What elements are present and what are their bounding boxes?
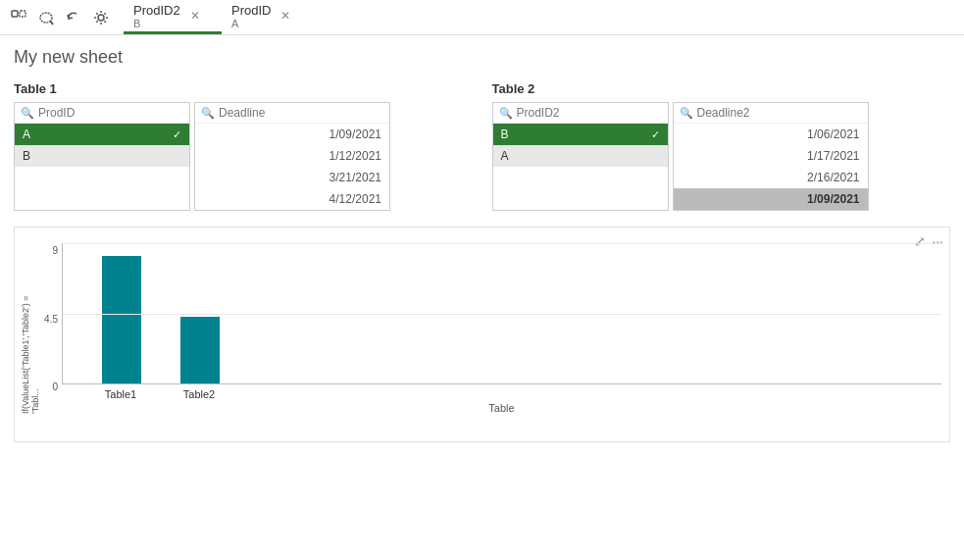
toolbar: ProdID2 B ✕ ProdID A ✕ <box>0 0 964 35</box>
table2-deadline2-item-2[interactable]: 1/17/2021 <box>674 145 868 167</box>
table1-deadline-search-icon: 🔍 <box>201 107 215 120</box>
chart-y-axis-label: If(ValueList('Table1','Table2') = 'Tabl.… <box>23 243 38 414</box>
tab-prodid-close[interactable]: ✕ <box>280 9 290 23</box>
chart-x-labels: Table1 Table2 <box>62 388 941 400</box>
svg-rect-1 <box>20 11 25 17</box>
table1-prodid-item-b[interactable]: B <box>15 145 189 167</box>
settings-icon[interactable] <box>90 7 112 28</box>
table1-prodid-search-icon: 🔍 <box>21 107 34 120</box>
table2-deadline2-search: 🔍 <box>674 103 868 124</box>
table1-deadline-list: 1/09/2021 1/12/2021 3/21/2021 4/12/2021 <box>195 124 389 210</box>
chart-gridline-mid <box>63 314 941 315</box>
table2-heading: Table 2 <box>492 81 951 96</box>
table2-prodid2-search: 🔍 <box>493 103 668 124</box>
table1-section: Table 1 🔍 A ✓ B <box>14 81 473 211</box>
bar-group-table2 <box>180 317 220 383</box>
table2-prodid2-item-b[interactable]: B ✓ <box>493 124 668 145</box>
bar-group-table1 <box>102 256 141 383</box>
table1-prodid-search: 🔍 <box>15 103 189 124</box>
table2-prodid2-input[interactable] <box>517 106 662 120</box>
table1-deadline-search: 🔍 <box>195 103 389 124</box>
select-icon[interactable] <box>8 7 29 28</box>
undo-icon[interactable] <box>63 7 84 28</box>
toolbar-icons <box>8 0 124 34</box>
table2-section: Table 2 🔍 B ✓ A <box>492 81 951 211</box>
lasso-icon[interactable] <box>35 7 57 28</box>
table1-prodid-item-a[interactable]: A ✓ <box>15 124 189 145</box>
page-title: My new sheet <box>14 47 950 68</box>
table2-prodid2-box: 🔍 B ✓ A <box>492 102 669 211</box>
chart-xlabel-table2: Table2 <box>179 388 219 400</box>
tabs: ProdID2 B ✕ ProdID A ✕ <box>124 0 956 34</box>
tab-prodid2-sublabel: B <box>133 18 186 29</box>
tab-prodid[interactable]: ProdID A ✕ <box>222 0 320 34</box>
chart-y-ticks: 9 4.5 0 <box>38 243 62 414</box>
chart-ytick-9: 9 <box>52 245 58 256</box>
table1-heading: Table 1 <box>14 81 473 96</box>
table1-prodid-list: A ✓ B <box>15 124 189 167</box>
bar-table2 <box>180 317 220 383</box>
table2-deadline2-item-3[interactable]: 2/16/2021 <box>674 167 868 188</box>
table1-deadline-item-2[interactable]: 1/12/2021 <box>195 145 389 167</box>
chart-xlabel-table1: Table1 <box>101 388 140 400</box>
svg-point-3 <box>98 15 104 21</box>
table2-deadline2-search-icon: 🔍 <box>680 107 693 120</box>
chart-x-title: Table <box>62 402 941 414</box>
chart-ytick-45: 4.5 <box>44 314 58 325</box>
tab-prodid2-label: ProdID2 <box>133 3 180 18</box>
table2-prodid2-list: B ✓ A <box>493 124 668 167</box>
chart-container: ⤢ ··· If(ValueList('Table1','Table2') = … <box>14 227 950 442</box>
bar-table1 <box>102 256 141 383</box>
svg-rect-0 <box>12 11 18 17</box>
table2-deadline2-box: 🔍 1/06/2021 1/17/2021 2/16/2021 1/09/202… <box>673 102 869 211</box>
table2-prodid2-search-icon: 🔍 <box>499 107 513 120</box>
table1-deadline-input[interactable] <box>219 106 383 120</box>
table1-filter-row: 🔍 A ✓ B � <box>14 102 473 211</box>
table1-deadline-item-4[interactable]: 4/12/2021 <box>195 188 389 210</box>
tab-prodid-sublabel: A <box>231 18 277 29</box>
table1-deadline-item-1[interactable]: 1/09/2021 <box>195 124 389 145</box>
table1-deadline-box: 🔍 1/09/2021 1/12/2021 3/21/2021 4/12/202… <box>194 102 390 211</box>
chart-ytick-0: 0 <box>52 382 58 392</box>
tab-prodid2[interactable]: ProdID2 B ✕ <box>124 0 222 34</box>
page: My new sheet Table 1 🔍 A ✓ <box>0 35 964 560</box>
table2-deadline2-list: 1/06/2021 1/17/2021 2/16/2021 1/09/2021 <box>674 124 868 210</box>
chart-bars-area <box>62 243 941 384</box>
table1-prodid-box: 🔍 A ✓ B <box>14 102 190 211</box>
tab-prodid2-close[interactable]: ✕ <box>190 9 200 23</box>
table2-deadline2-item-4[interactable]: 1/09/2021 <box>674 188 868 210</box>
table2-prodid2-item-a[interactable]: A <box>493 145 668 167</box>
table2-deadline2-input[interactable] <box>697 106 862 120</box>
chart-plot-area: Table1 Table2 Table <box>62 243 941 414</box>
table1-prodid-input[interactable] <box>38 106 183 120</box>
tables-row: Table 1 🔍 A ✓ B <box>14 81 950 211</box>
tab-prodid-label: ProdID <box>231 3 271 18</box>
table2-deadline2-item-1[interactable]: 1/06/2021 <box>674 124 868 145</box>
chart-gridline-top <box>63 243 941 244</box>
table2-filter-row: 🔍 B ✓ A � <box>492 102 951 211</box>
table1-deadline-item-3[interactable]: 3/21/2021 <box>195 167 389 188</box>
